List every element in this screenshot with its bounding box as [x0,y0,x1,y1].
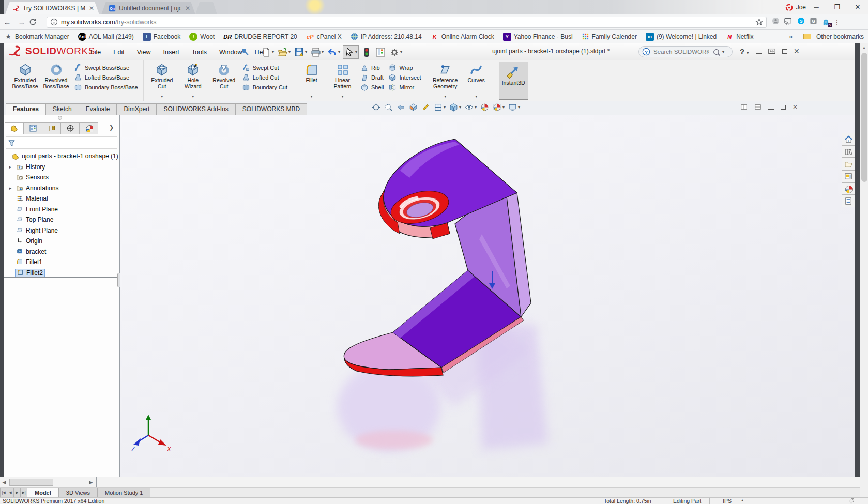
new-doc-button[interactable]: ▾ [260,46,275,58]
bookmark-star-icon[interactable] [755,18,763,26]
sw-minimize-button[interactable] [756,49,762,54]
bookmark-item[interactable]: NNetflix [725,33,753,41]
browser-tab[interactable]: Try SOLIDWORKS | MySo✕ [5,2,99,14]
help-search-box[interactable]: ? ▾ [638,46,733,57]
refresh-button[interactable] [29,18,43,26]
ribbon-shell-button[interactable]: Shell [359,83,385,91]
sw-restore-button[interactable] [782,49,787,54]
ribbon-mirror-button[interactable]: Mirror [387,83,422,91]
part-bracket-model[interactable] [120,115,855,477]
address-bar[interactable]: my.solidworks.com/try-solidworks [47,17,767,28]
viewport-pane2-icon[interactable] [754,103,762,111]
ribbon-revolved-boss-base-button[interactable]: RevolvedBoss/Base [41,62,71,100]
design-library-tab[interactable] [842,145,855,158]
ribbon-swept-boss-base-button[interactable]: Swept Boss/Base [72,64,140,72]
scrollbar-thumb[interactable] [861,53,867,182]
back-button[interactable]: ← [0,18,14,26]
browser-profile-area[interactable]: Joe [785,0,806,14]
sw-close-button[interactable]: ✕ [794,49,800,54]
tab-close-icon[interactable]: ✕ [88,5,95,12]
menu-tools[interactable]: Tools [192,49,207,56]
search-magnifier-icon[interactable] [712,48,720,56]
minimize-button[interactable]: ─ [806,0,827,14]
g-extension-icon[interactable]: G [810,17,817,27]
ribbon-boundary-cut-button[interactable]: Boundary Cut [240,83,289,91]
menu-view[interactable]: View [137,49,151,56]
panel-collapse-knob[interactable] [58,116,62,120]
custom-properties-tab[interactable] [842,195,855,207]
open-button[interactable]: ▾ [277,46,292,58]
bookmark-item[interactable]: DRDRUDGE REPORT 20 [223,33,297,41]
home-tab[interactable] [842,133,855,145]
tree-item-front-plane[interactable]: Front Plane [5,204,119,215]
tree-item-bracket[interactable]: bracket [5,247,119,257]
bookmark-item[interactable]: AolAOL Mail (2149) [78,33,134,41]
dimxpertmanager-tab[interactable] [60,122,80,134]
sheet-tab-3d-views[interactable]: 3D Views [58,488,98,497]
tab-scroll-next[interactable]: ▶ [13,488,21,497]
view-settings-button[interactable]: ▾ [508,103,520,112]
displaymanager-tab[interactable] [79,122,98,134]
chrome-menu-button[interactable]: ⋮ [830,18,844,26]
tree-item-fillet1[interactable]: Fillet1 [5,257,119,268]
status-tag-icon[interactable] [848,498,855,504]
skype-extension-icon[interactable]: S [797,17,805,27]
tree-item-material[interactable]: Material [5,193,119,204]
tree-item-annotations[interactable]: ▸ AAnnotations [5,183,119,194]
tree-item-top-plane[interactable]: Top Plane [5,215,119,225]
traffic-light-button[interactable] [360,46,373,58]
tab-close-icon[interactable]: ✕ [184,5,191,12]
ribbon-extruded-cut-button[interactable]: ExtrudedCut▾ [147,62,177,100]
featuremanager-tree-tab[interactable] [5,122,24,134]
ribbon-instant3d-button[interactable]: Instant3D [499,62,528,100]
menu-file[interactable]: File [90,49,101,56]
ribbon-linear-pattern-button[interactable]: LinearPattern▾ [328,62,357,100]
tab-evaluate[interactable]: Evaluate [79,103,117,115]
graphics-viewport[interactable]: x Z [120,115,855,477]
tree-filter-bar[interactable] [6,136,117,149]
hide-show-items-button[interactable]: ▾ [465,103,477,112]
zoom-to-area-button[interactable] [384,103,393,112]
undo-button[interactable]: ▾ [326,46,341,58]
sheet-tab-motion-study-1[interactable]: Motion Study 1 [97,488,150,497]
view-orientation-button[interactable]: ▾ [434,103,446,112]
ribbon-draft-button[interactable]: Draft [359,73,385,82]
scrollbar-up-arrow[interactable]: ▲ [860,43,868,50]
tab-features[interactable]: Features [6,103,46,115]
tab-scroll-first[interactable]: |◀ [0,488,7,497]
ribbon-revolved-cut-button[interactable]: RevolvedCut [209,62,239,100]
file-explorer-tab[interactable] [842,158,855,170]
panel-horizontal-scrollbar[interactable]: ◀ ▶ [0,477,860,487]
tree-item-right-plane[interactable]: Right Plane [5,225,119,236]
menu-insert[interactable]: Insert [163,49,179,56]
tab-solidworks-mbd[interactable]: SOLIDWORKS MBD [235,103,307,115]
edit-appearance-button[interactable] [480,103,489,112]
bookmark-item[interactable]: ★Bookmark Manager [4,33,69,41]
ribbon-lofted-boss-base-button[interactable]: Lofted Boss/Base [72,73,140,82]
display-pane-button[interactable] [374,46,387,58]
page-info-icon[interactable] [50,18,58,26]
viewport-pane-icon[interactable] [740,103,748,111]
bookmarks-overflow-chevron[interactable]: » [789,33,793,40]
bookmark-item[interactable]: YYahoo Finance - Busi [503,33,573,41]
doc-close-button[interactable]: ✕ [793,104,798,110]
bookmark-item[interactable]: fFacebook [143,33,181,41]
units-selector[interactable]: IPS [723,498,732,504]
save-button[interactable]: ▾ [293,46,308,58]
help-menu-button[interactable]: ? ▾ [740,47,749,56]
restore-button[interactable]: ❐ [827,0,847,14]
ribbon-curves-button[interactable]: Curves▾ [462,62,491,100]
ribbon-swept-cut-button[interactable]: Swept Cut [240,64,289,72]
ribbon-hole-wizard-button[interactable]: HoleWizard▾ [178,62,208,100]
bookmark-item[interactable]: in(9) Welcome! | Linked [646,33,717,41]
ribbon-intersect-button[interactable]: Intersect [387,73,422,82]
browser-tab[interactable]: OnUntitled document | ujoi✕ [101,2,195,14]
bookmark-item[interactable]: KOnline Alarm Clock [431,33,494,41]
cast-extension-icon[interactable] [784,17,793,27]
search-dropdown-caret[interactable]: ▾ [722,50,724,54]
tree-item-history[interactable]: ▸ History [5,162,119,173]
display-style-button[interactable]: ▾ [449,103,461,112]
tab-dimxpert[interactable]: DimXpert [116,103,157,115]
new-tab-button[interactable] [195,2,217,14]
ribbon-reference-geometry-button[interactable]: ReferenceGeometry▾ [431,62,460,100]
